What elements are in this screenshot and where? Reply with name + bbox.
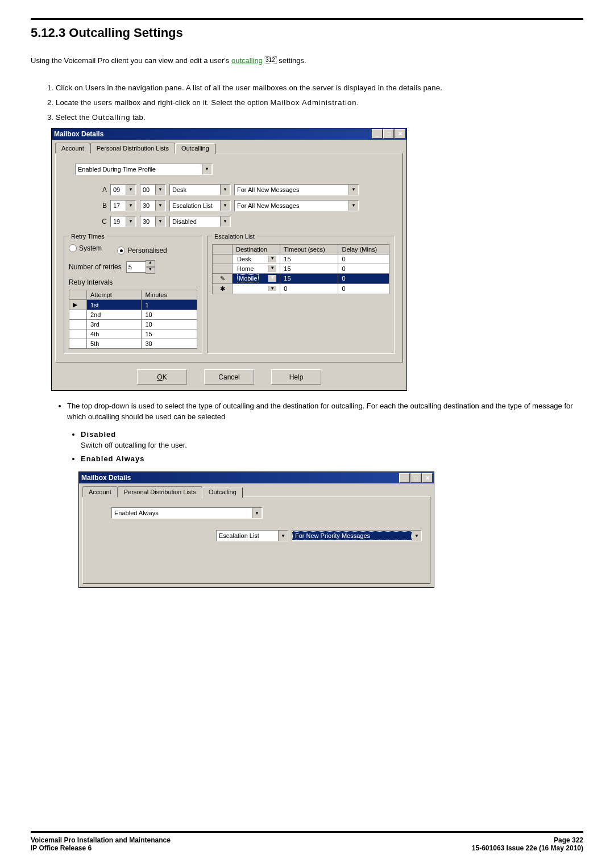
tab-account[interactable]: Account [82,486,118,497]
step-item: Click on Users in the navigation pane. A… [56,83,583,93]
destination-combo[interactable]: Disabled▼ [169,216,231,227]
num-retries-label: Number of retries [69,263,122,271]
col-header: Delay (Mins) [338,244,389,254]
dialog-titlebar: Mailbox Details _ □ ✕ [79,472,434,483]
dialog-titlebar: Mailbox Details _ □ ✕ [52,128,406,140]
maximize-button[interactable]: □ [383,129,394,139]
dropdown-arrow-icon: ▼ [220,185,230,195]
bullet-top-dropdown: The top drop-down is used to select the … [67,401,583,423]
message-rule-combo[interactable]: For All New Messages▼ [234,200,359,211]
hour-combo[interactable]: 09▼ [110,184,136,195]
bullet-heading: Disabled [81,430,116,439]
col-header: Minutes [142,290,197,300]
dialog-title: Mailbox Details [81,474,131,482]
mailbox-details-dialog: Mailbox Details _ □ ✕ Account Personal D… [51,128,407,391]
help-button[interactable]: Help [271,369,321,385]
outcalling-mode-value: Enabled During Time Profile [76,165,202,173]
tab-strip: Account Personal Distribution Lists Outc… [52,140,406,153]
escalation-row[interactable]: ✱▼00 [213,283,389,294]
num-retries-value: 5 [126,261,146,273]
dropdown-arrow-icon: ▼ [126,201,135,211]
dropdown-arrow-icon: ▼ [155,201,165,211]
escalation-row[interactable]: Home▼150 [213,264,389,273]
section-heading: 5.12.3 Outcalling Settings [31,26,583,40]
retry-personalised-radio[interactable]: Personalised [117,247,167,254]
col-header: Attempt [87,290,142,300]
intro-text: Using the Voicemail Pro client you can v… [31,56,231,65]
retry-times-group: Retry Times System Personalised Number o… [64,233,202,354]
minimize-button[interactable]: _ [372,129,383,139]
time-profile-row: B 17▼ 30▼ Escalation List▼ For All New M… [90,200,395,211]
dropdown-arrow-icon: ▼ [349,185,358,195]
col-header: Timeout (secs) [280,244,338,254]
dropdown-arrow-icon: ▼ [202,164,211,174]
minute-combo[interactable]: 00▼ [140,184,166,195]
hour-combo[interactable]: 17▼ [110,200,136,211]
outcalling-mode-combo[interactable]: Enabled During Time Profile ▼ [75,164,213,175]
tab-personal-distribution-lists[interactable]: Personal Distribution Lists [118,486,202,497]
num-retries-spinner[interactable]: 5 ▲▼ [126,260,155,274]
minute-combo[interactable]: 30▼ [140,216,166,227]
footer-left-2: IP Office Release 6 [31,844,171,852]
row-marker-icon [213,254,233,264]
destination-combo[interactable]: Escalation List ▼ [216,530,288,541]
spin-up-icon[interactable]: ▲ [146,260,155,267]
outcalling-link[interactable]: outcalling [231,56,263,65]
dropdown-arrow-icon: ▼ [252,508,262,518]
dropdown-arrow-icon: ▼ [155,216,165,227]
tab-panel-outcalling: Enabled During Time Profile ▼ A 09▼ 00▼ … [55,153,403,363]
message-rule-combo[interactable]: For New Priority Messages ▼ [292,530,422,541]
hour-combo[interactable]: 19▼ [110,216,136,227]
time-profile-row: C 19▼ 30▼ Disabled▼ [90,216,395,227]
ok-button[interactable]: OK [137,369,187,385]
time-profile-row: A 09▼ 00▼ Desk▼ For All New Messages▼ [90,184,395,195]
dropdown-arrow-icon: ▼ [268,256,276,262]
destination-combo[interactable]: Escalation List▼ [169,200,231,211]
radio-label: System [79,244,102,252]
dropdown-arrow-icon: ▼ [220,201,230,211]
spin-down-icon[interactable]: ▼ [146,267,155,274]
page-ref: 312 [264,56,277,64]
bullet-body: Switch off outcalling for the user. [81,441,187,449]
retry-interval-row[interactable]: 3rd10 [69,320,197,329]
intro-paragraph: Using the Voicemail Pro client you can v… [31,56,583,65]
dropdown-arrow-icon: ▼ [126,216,135,227]
tab-panel-outcalling: Enabled Always ▼ Escalation List ▼ For N… [82,496,430,584]
tab-outcalling[interactable]: Outcalling [175,143,215,154]
retry-interval-row[interactable]: 2nd10 [69,310,197,320]
radio-label: Personalised [127,247,167,254]
row-marker-icon: ✎ [213,273,233,283]
retry-system-radio[interactable]: System [69,244,102,252]
minute-combo[interactable]: 30▼ [140,200,166,211]
outcalling-mode-combo[interactable]: Enabled Always ▼ [111,507,263,519]
destination-value: Escalation List [217,532,278,540]
retry-interval-row[interactable]: ▶1st1 [69,300,197,310]
cancel-button[interactable]: Cancel [204,369,254,385]
retry-intervals-table: AttemptMinutes ▶1st12nd103rd104th155th30 [69,290,197,349]
dropdown-arrow-icon: ▼ [278,531,288,541]
escalation-row[interactable]: Desk▼150 [213,254,389,264]
footer-right-2: 15-601063 Issue 22e (16 May 2010) [472,844,583,852]
intro-text-post: settings. [277,56,306,65]
destination-combo[interactable]: Desk▼ [169,184,231,195]
retry-interval-row[interactable]: 5th30 [69,339,197,349]
dropdown-arrow-icon: ▼ [412,531,421,541]
mailbox-details-dialog-2: Mailbox Details _ □ ✕ Account Personal D… [78,471,434,588]
steps-list: Click on Users in the navigation pane. A… [31,83,583,123]
tab-account[interactable]: Account [55,143,90,153]
tab-strip: Account Personal Distribution Lists Outc… [79,483,434,496]
minimize-button[interactable]: _ [399,473,410,483]
maximize-button[interactable]: □ [410,473,421,483]
dropdown-arrow-icon: ▼ [268,265,276,272]
tab-outcalling[interactable]: Outcalling [202,487,243,498]
close-button[interactable]: ✕ [422,473,433,483]
bullet-disabled: Disabled Switch off outcalling for the u… [81,429,583,451]
close-button[interactable]: ✕ [395,129,405,139]
dropdown-arrow-icon: ▼ [126,185,135,195]
retry-interval-row[interactable]: 4th15 [69,329,197,339]
message-rule-combo[interactable]: For All New Messages▼ [234,184,359,195]
escalation-row[interactable]: ✎Mobile▼150 [213,273,389,283]
escalation-table[interactable]: Destination Timeout (secs) Delay (Mins) … [212,244,389,294]
tab-personal-distribution-lists[interactable]: Personal Distribution Lists [90,143,175,153]
dialog-title: Mailbox Details [54,130,103,138]
